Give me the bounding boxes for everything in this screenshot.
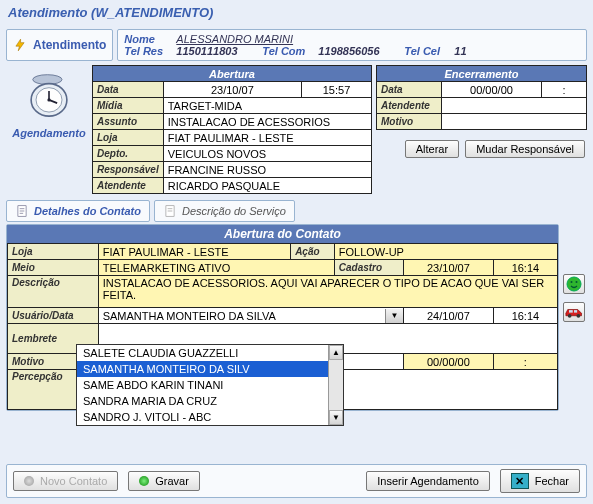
enc-motivo-label: Motivo xyxy=(377,114,442,130)
svg-point-13 xyxy=(567,277,581,291)
enc-atend-label: Atendente xyxy=(377,98,442,114)
contato-meio-value: TELEMARKETING ATIVO xyxy=(98,260,334,276)
bottom-toolbar: Novo Contato Gravar Inserir Agendamento … xyxy=(6,464,587,498)
contato-header: Abertura do Contato xyxy=(7,225,558,243)
telcel-label: Tel Cel xyxy=(404,45,448,57)
svg-rect-19 xyxy=(574,310,577,313)
nome-value[interactable]: ALESSANDRO MARINI xyxy=(176,33,293,45)
tab-detalhes-label: Detalhes do Contato xyxy=(34,205,141,217)
contato-cadastro-time: 16:14 xyxy=(493,260,557,276)
abertura-atend-label: Atendente xyxy=(93,178,164,194)
contact-info-box: Nome ALESSANDRO MARINI Tel Res 115011180… xyxy=(117,29,587,61)
inserir-agendamento-button[interactable]: Inserir Agendamento xyxy=(366,471,490,491)
contato-motivo-time: : xyxy=(493,354,557,370)
scroll-down-button[interactable]: ▼ xyxy=(329,410,343,425)
dot-gray-icon xyxy=(24,476,34,486)
gravar-button[interactable]: Gravar xyxy=(128,471,200,491)
fechar-button[interactable]: ✕ Fechar xyxy=(500,469,580,493)
contato-motivo-date: 00/00/00 xyxy=(404,354,494,370)
novo-contato-button[interactable]: Novo Contato xyxy=(13,471,118,491)
dropdown-option[interactable]: SANDRA MARIA DA CRUZ xyxy=(77,393,343,409)
usuario-dropdown-list[interactable]: ▲ ▼ SALETE CLAUDIA GUAZZELLISAMANTHA MON… xyxy=(76,344,344,426)
contato-usuario-value: SAMANTHA MONTEIRO DA SILVA xyxy=(99,309,385,323)
gravar-label: Gravar xyxy=(155,475,189,487)
page-icon xyxy=(163,204,177,218)
dot-green-icon xyxy=(139,476,149,486)
novo-contato-label: Novo Contato xyxy=(40,475,107,487)
usuario-dropdown-arrow[interactable]: ▼ xyxy=(385,309,403,323)
car-button[interactable] xyxy=(563,302,585,322)
scroll-up-button[interactable]: ▲ xyxy=(329,345,343,360)
dropdown-option[interactable]: SALETE CLAUDIA GUAZZELLI xyxy=(77,345,343,361)
encerramento-table: Encerramento Data 00/00/00 : Atendente M… xyxy=(376,65,587,130)
contato-acao-label: Ação xyxy=(291,244,335,260)
abertura-table: Abertura Data 23/10/07 15:57 Mídia TARGE… xyxy=(92,65,372,194)
abertura-midia-value: TARGET-MIDA xyxy=(163,98,371,114)
atendimento-label: Atendimento xyxy=(33,38,106,52)
smiley-icon xyxy=(566,276,582,292)
enc-data-value: 00/00/00 xyxy=(442,82,542,98)
enc-motivo-value xyxy=(442,114,587,130)
svg-point-17 xyxy=(577,314,581,318)
telres-label: Tel Res xyxy=(124,45,170,57)
contato-meio-label: Meio xyxy=(8,260,99,276)
encerramento-header: Encerramento xyxy=(377,66,587,82)
telcom-label: Tel Com xyxy=(262,45,312,57)
abertura-atend-value: RICARDO PASQUALE xyxy=(163,178,371,194)
page-icon xyxy=(15,204,29,218)
atendimento-header: Atendimento xyxy=(6,29,113,61)
contato-desc-label: Descrição xyxy=(8,276,99,308)
abertura-data-label: Data xyxy=(93,82,164,98)
lightning-icon xyxy=(13,38,27,52)
dropdown-option[interactable]: SAME ABDO KARIN TINANI xyxy=(77,377,343,393)
contato-acao-value: FOLLOW-UP xyxy=(334,244,557,260)
svg-point-14 xyxy=(571,281,573,283)
mudar-responsavel-button[interactable]: Mudar Responsável xyxy=(465,140,585,158)
svg-point-15 xyxy=(576,281,578,283)
abertura-assunto-value: INSTALACAO DE ACESSORIOS xyxy=(163,114,371,130)
telcel-value: 11 xyxy=(454,45,466,57)
contato-usuario-time[interactable]: 16:14 xyxy=(493,308,557,324)
contato-usuario-date[interactable]: 24/10/07 xyxy=(404,308,494,324)
telcom-value: 1198856056 xyxy=(318,45,398,57)
svg-rect-18 xyxy=(569,310,573,313)
abertura-depto-value: VEICULOS NOVOS xyxy=(163,146,371,162)
abertura-loja-label: Loja xyxy=(93,130,164,146)
enc-data-label: Data xyxy=(377,82,442,98)
abertura-data-value: 23/10/07 xyxy=(163,82,301,98)
svg-point-5 xyxy=(47,98,50,101)
agendamento-label: Agendamento xyxy=(12,127,85,139)
inserir-agend-label: Inserir Agendamento xyxy=(377,475,479,487)
telres-value: 1150111803 xyxy=(176,45,256,57)
tab-detalhes-contato[interactable]: Detalhes do Contato xyxy=(6,200,150,222)
status-green-button[interactable] xyxy=(563,274,585,294)
contato-desc-value: INSTALACAO DE ACESSORIOS. AQUI VAI APARE… xyxy=(98,276,557,308)
abertura-hora-value: 15:57 xyxy=(302,82,372,98)
abertura-midia-label: Mídia xyxy=(93,98,164,114)
abertura-header: Abertura xyxy=(93,66,372,82)
agendamento-box: Agendamento xyxy=(6,65,92,194)
svg-point-16 xyxy=(568,314,572,318)
close-x-icon: ✕ xyxy=(511,473,529,489)
dropdown-option[interactable]: SANDRO J. VITOLI - ABC xyxy=(77,409,343,425)
dropdown-scrollbar[interactable]: ▲ ▼ xyxy=(328,345,343,425)
nome-label: Nome xyxy=(124,33,170,45)
tab-descricao-label: Descrição do Serviço xyxy=(182,205,286,217)
abertura-resp-value: FRANCINE RUSSO xyxy=(163,162,371,178)
contato-loja-value: FIAT PAULIMAR - LESTE xyxy=(98,244,290,260)
abertura-resp-label: Responsável xyxy=(93,162,164,178)
car-icon xyxy=(564,305,584,319)
alterar-button[interactable]: Alterar xyxy=(405,140,459,158)
abertura-depto-label: Depto. xyxy=(93,146,164,162)
contato-usuario-label: Usuário/Data xyxy=(8,308,99,324)
contato-loja-label: Loja xyxy=(8,244,99,260)
abertura-loja-value: FIAT PAULIMAR - LESTE xyxy=(163,130,371,146)
window-title: Atendimento (W_ATENDIMENTO) xyxy=(0,0,593,25)
contato-cadastro-date: 23/10/07 xyxy=(404,260,494,276)
tab-descricao-servico[interactable]: Descrição do Serviço xyxy=(154,200,295,222)
abertura-assunto-label: Assunto xyxy=(93,114,164,130)
watch-icon xyxy=(23,69,75,121)
enc-hora-value: : xyxy=(542,82,587,98)
fechar-label: Fechar xyxy=(535,475,569,487)
dropdown-option[interactable]: SAMANTHA MONTEIRO DA SILV xyxy=(77,361,343,377)
